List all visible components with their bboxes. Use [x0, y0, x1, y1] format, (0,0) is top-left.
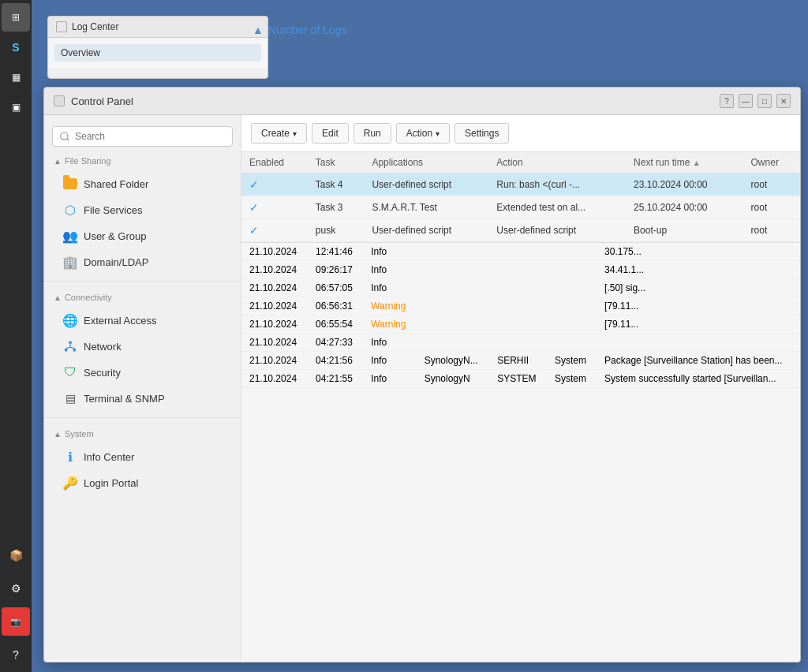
- log-row: 21.10.2024 06:55:54 Warning [79.11...: [241, 315, 800, 334]
- run-button[interactable]: Run: [354, 123, 391, 144]
- col-header-enabled: Enabled: [241, 152, 308, 174]
- security-icon: 🛡: [63, 365, 77, 379]
- file-services-icon: ⬡: [63, 203, 77, 217]
- svg-point-0: [69, 341, 72, 344]
- log-center-title-text: Log Center: [72, 21, 118, 32]
- log-center-icon: [56, 21, 67, 32]
- user-group-icon: 👥: [63, 229, 77, 243]
- sidebar: ▲ File Sharing Shared Folder ⬡ File Serv…: [44, 115, 241, 659]
- control-panel-window: Control Panel ? — □ ✕ ▲ File Sharing: [43, 87, 801, 663]
- taskbar-icon-package[interactable]: 📦: [2, 541, 30, 569]
- titlebar-maximize-btn[interactable]: □: [758, 94, 772, 108]
- section-arrow-file-sharing: ▲: [54, 157, 62, 166]
- col-header-action: Action: [488, 152, 626, 174]
- titlebar-close-btn[interactable]: ✕: [776, 94, 791, 108]
- taskbar-icon-1[interactable]: ⊞: [2, 3, 30, 32]
- log-center-overview-item[interactable]: Overview: [54, 44, 261, 62]
- terminal-icon: ▤: [63, 391, 77, 405]
- svg-point-2: [73, 349, 76, 352]
- network-icon: [63, 339, 77, 353]
- section-arrow-connectivity: ▲: [54, 293, 62, 302]
- col-header-applications: Applications: [364, 152, 488, 174]
- table-row[interactable]: ✓ Task 3 S.M.A.R.T. Test Extended test o…: [241, 196, 800, 219]
- task-app-2: S.M.A.R.T. Test: [364, 196, 488, 219]
- edit-button[interactable]: Edit: [312, 123, 349, 144]
- task-action-2: Extended test on al...: [488, 196, 626, 219]
- sidebar-item-external-access[interactable]: 🌐 External Access: [47, 308, 238, 333]
- task-table-header-row: Enabled Task Applications Action: [241, 152, 800, 174]
- task-enabled-2: ✓: [241, 196, 308, 219]
- log-row: 21.10.2024 04:21:55 Info SynologyN SYSTE…: [241, 370, 800, 388]
- task-action-3: User-defined script: [488, 219, 626, 242]
- sidebar-item-network[interactable]: Network: [47, 334, 238, 359]
- log-center-titlebar: Log Center: [48, 17, 267, 38]
- task-name-3: pusk: [308, 219, 365, 242]
- section-arrow-system: ▲: [54, 430, 62, 439]
- log-row: 21.10.2024 04:21:56 Info SynologyN... SE…: [241, 352, 800, 370]
- main-content: Create Edit Run Action Settings Enabled: [241, 115, 800, 659]
- toolbar: Create Edit Run Action Settings: [241, 115, 800, 152]
- task-action-1: Run: bash <(curl -...: [488, 174, 626, 196]
- col-header-next-run: Next run time ▲: [626, 152, 743, 174]
- log-row: 21.10.2024 12:41:46 Info 30.175...: [241, 243, 800, 261]
- task-table-section: Enabled Task Applications Action: [241, 152, 800, 243]
- sidebar-section-connectivity[interactable]: ▲ Connectivity: [44, 288, 241, 307]
- sort-arrow-next-run: ▲: [693, 159, 701, 167]
- titlebar-help-btn[interactable]: ?: [720, 94, 734, 108]
- log-table-section: 21.10.2024 12:41:46 Info 30.175... 21.10…: [241, 243, 800, 659]
- task-app-3: User-defined script: [364, 219, 488, 242]
- task-owner-3: root: [743, 219, 800, 242]
- sidebar-section-file-sharing[interactable]: ▲ File Sharing: [44, 151, 241, 170]
- task-next-1: 23.10.2024 00:00: [626, 174, 743, 196]
- task-enabled-1: ✓: [241, 174, 308, 196]
- col-header-task: Task: [308, 152, 365, 174]
- taskbar: ⊞ S ▦ ▣ 📦 ⚙ 📷 ?: [0, 0, 32, 672]
- taskbar-icon-station[interactable]: 📷: [2, 607, 30, 636]
- sidebar-divider-2: [44, 417, 241, 418]
- taskbar-icon-control[interactable]: ⚙: [2, 574, 30, 603]
- svg-line-5: [70, 347, 74, 348]
- taskbar-icon-synology[interactable]: S: [2, 33, 30, 62]
- task-next-3: Boot-up: [626, 219, 743, 242]
- task-table: Enabled Task Applications Action: [241, 152, 800, 242]
- sidebar-search-area: [44, 121, 241, 151]
- taskbar-icon-3[interactable]: ▦: [2, 63, 30, 91]
- taskbar-icon-help[interactable]: ?: [2, 640, 30, 669]
- log-row: 21.10.2024 06:57:05 Info [.50] sig...: [241, 279, 800, 297]
- action-button[interactable]: Action: [396, 123, 450, 144]
- shared-folder-icon: [63, 177, 77, 191]
- search-input[interactable]: [52, 126, 233, 147]
- task-name-1: Task 4: [308, 174, 365, 196]
- sidebar-section-system[interactable]: ▲ System: [44, 424, 241, 443]
- create-button[interactable]: Create: [251, 123, 307, 144]
- login-portal-icon: 🔑: [63, 476, 77, 490]
- sidebar-item-terminal-snmp[interactable]: ▤ Terminal & SNMP: [47, 386, 238, 411]
- task-app-1: User-defined script: [364, 174, 488, 196]
- control-panel-app-icon: [54, 95, 65, 106]
- log-center-window: Log Center Overview: [47, 16, 268, 79]
- settings-button[interactable]: Settings: [454, 123, 509, 144]
- sidebar-divider-1: [44, 281, 241, 282]
- sidebar-item-user-group[interactable]: 👥 User & Group: [47, 223, 238, 248]
- sidebar-item-file-services[interactable]: ⬡ File Services: [47, 197, 238, 222]
- titlebar-minimize-btn[interactable]: —: [739, 94, 753, 108]
- task-enabled-3: ✓: [241, 219, 308, 242]
- log-table: 21.10.2024 12:41:46 Info 30.175... 21.10…: [241, 243, 800, 388]
- taskbar-icon-4[interactable]: ▣: [2, 93, 30, 121]
- external-access-icon: 🌐: [63, 313, 77, 327]
- col-header-owner: Owner: [743, 152, 800, 174]
- table-row[interactable]: ✓ Task 4 User-defined script Run: bash <…: [241, 174, 800, 196]
- control-panel-title-area: Control Panel: [54, 95, 133, 107]
- svg-line-4: [66, 347, 70, 348]
- log-row: 21.10.2024 09:26:17 Info 34.41.1...: [241, 261, 800, 279]
- task-owner-1: root: [743, 174, 800, 196]
- sidebar-item-security[interactable]: 🛡 Security: [47, 360, 238, 385]
- sidebar-item-shared-folder[interactable]: Shared Folder: [47, 171, 238, 196]
- sidebar-item-info-center[interactable]: ℹ Info Center: [47, 444, 238, 469]
- sidebar-item-login-portal[interactable]: 🔑 Login Portal: [47, 470, 238, 495]
- table-row[interactable]: ✓ pusk User-defined script User-defined …: [241, 219, 800, 242]
- control-panel-title-text: Control Panel: [71, 95, 133, 107]
- number-of-logs-header: ▲ Number of Logs: [245, 16, 354, 44]
- task-name-2: Task 3: [308, 196, 365, 219]
- sidebar-item-domain-ldap[interactable]: 🏢 Domain/LDAP: [47, 249, 238, 274]
